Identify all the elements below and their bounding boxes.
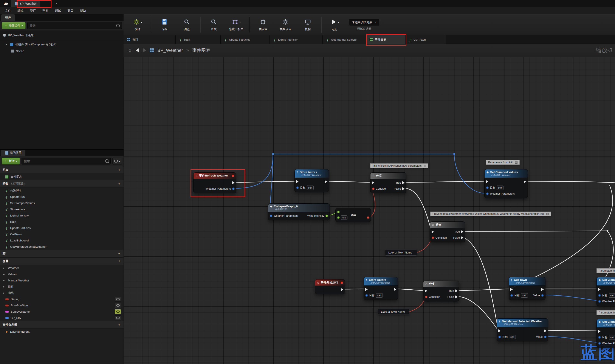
exec-pin[interactable]: [232, 181, 235, 184]
add-component-button[interactable]: ＋ 添加组件 ▾: [2, 22, 26, 29]
blue-data-pin[interactable]: [498, 336, 501, 338]
list-item[interactable]: ▸Values: [0, 271, 123, 277]
asset-tab-bp-weather[interactable]: BP_Weather: [11, 0, 40, 7]
exec-pin[interactable]: [455, 295, 458, 299]
add-new-button[interactable]: ＋ 新增 ▾: [2, 158, 20, 165]
debug-target-dropdown[interactable]: 未选中调试对象▾: [349, 19, 379, 26]
blue-data-pin[interactable]: [510, 294, 513, 297]
green-data-pin[interactable]: [337, 211, 340, 213]
visibility-toggle[interactable]: [115, 303, 121, 308]
list-item[interactable]: ƒUpdateParticles: [0, 225, 123, 231]
exec-pin[interactable]: [510, 288, 513, 291]
default-value-box[interactable]: self: [521, 293, 528, 298]
list-item[interactable]: ƒ构造脚本: [0, 187, 123, 194]
list-item[interactable]: SublevelName: [0, 309, 123, 315]
list-item[interactable]: ▸曲线: [0, 290, 123, 296]
visibility-toggle[interactable]: [115, 297, 121, 302]
node-collapse-graph[interactable]: ◆CollapseGraph_0合并的图表Weather ParametersW…: [268, 203, 330, 220]
view-options-button[interactable]: ▾: [112, 158, 122, 165]
exec-pin[interactable]: [598, 330, 601, 333]
list-item[interactable]: Debug: [0, 296, 123, 302]
exec-pin[interactable]: [394, 288, 396, 291]
menu-item[interactable]: 文件: [2, 7, 14, 14]
exec-pin[interactable]: [541, 288, 544, 291]
list-item[interactable]: ƒGetManualSelectedWeather: [0, 244, 123, 250]
toolbar-button[interactable]: 浏览: [176, 15, 198, 34]
node-branch-1[interactable]: ◇分支TrueConditionFalse: [370, 172, 406, 193]
back-arrow-icon[interactable]: [136, 48, 139, 53]
node-set-clamped-values[interactable]: ◆Set Clamped Values目标是BP Weather目标selfWe…: [484, 169, 528, 198]
list-item[interactable]: ◆DayNightEvent: [0, 328, 123, 335]
green-data-pin[interactable]: [337, 216, 340, 219]
red-data-pin[interactable]: [432, 236, 434, 239]
green-data-pin[interactable]: [326, 215, 328, 217]
bookmark-star-icon[interactable]: ☆: [127, 47, 132, 54]
expander-icon[interactable]: ▸: [3, 292, 6, 294]
comment-parameters-from-api[interactable]: Parameters from API: [486, 160, 520, 165]
exec-pin[interactable]: [461, 236, 464, 239]
menu-item[interactable]: 资产: [27, 7, 39, 14]
default-value-box[interactable]: self: [497, 185, 504, 190]
tab-my-blueprint[interactable]: 我的蓝图: [1, 150, 25, 156]
list-item[interactable]: ƒGetTown: [0, 231, 123, 237]
breadcrumb-current[interactable]: 事件图表: [192, 47, 210, 53]
forward-arrow-icon[interactable]: [143, 48, 146, 53]
node-store-actors-2[interactable]: ƒStore Actors目标是BP Weather目标self: [364, 277, 398, 300]
exec-pin[interactable]: [455, 289, 458, 292]
node-branch-2[interactable]: ◇分支TrueConditionFalse: [430, 221, 465, 242]
breadcrumb-root[interactable]: BP_Weather: [157, 48, 183, 53]
node-store-actors-1[interactable]: ƒStore Actors目标是BP Weather目标self: [294, 169, 329, 192]
comment-toggle-icon[interactable]: [546, 213, 549, 215]
section-header[interactable]: 宏＋: [0, 250, 123, 257]
expander-icon[interactable]: ▸: [3, 273, 6, 276]
expander-icon[interactable]: ▸: [3, 279, 6, 282]
exec-pin[interactable]: [425, 289, 427, 292]
blue-data-pin[interactable]: [232, 187, 235, 190]
add-icon[interactable]: ＋: [118, 168, 121, 172]
expander-icon[interactable]: ▾: [6, 43, 8, 46]
exec-pin[interactable]: [486, 180, 488, 183]
list-item[interactable]: ▸组件: [0, 284, 123, 290]
comment-prevent-default[interactable]: Prevent default weather overwrites value…: [430, 212, 551, 216]
exec-pin[interactable]: [296, 180, 299, 183]
list-item[interactable]: BP_Sky: [0, 315, 123, 321]
node-get-manual-selected-weather[interactable]: ƒGet Manual Selected Weather目标是BP Weathe…: [497, 318, 548, 341]
default-value-box[interactable]: self: [376, 293, 383, 298]
list-item[interactable]: 事件图表: [0, 174, 123, 180]
red-data-pin[interactable]: [367, 216, 369, 219]
list-item[interactable]: ƒRain: [0, 219, 123, 225]
menu-item[interactable]: 编辑: [14, 7, 27, 14]
visibility-toggle[interactable]: [115, 309, 121, 314]
list-item[interactable]: ▸Manual Weather: [0, 277, 123, 284]
exec-pin[interactable]: [365, 288, 368, 291]
document-tab[interactable]: 视口: [123, 35, 176, 44]
toolbar-button[interactable]: ▾隐藏不相关: [225, 15, 247, 34]
event-graph-canvas[interactable]: 蓝图 ◇事件Refresh WeatherWeather Parametersƒ…: [123, 57, 615, 364]
add-icon[interactable]: ＋: [118, 251, 121, 256]
blue-data-pin[interactable]: [365, 294, 368, 297]
node-look-town-1[interactable]: Look at Town Name: [385, 250, 417, 256]
section-header[interactable]: 图表＋: [0, 166, 123, 174]
node-set-clamped-right-2[interactable]: ◆Set Clampe目标是BP Weather目标selfWeather Pa…: [597, 319, 615, 348]
node-branch-3[interactable]: ◇分支TrueConditionFalse: [423, 281, 459, 301]
exec-pin[interactable]: [402, 187, 405, 190]
list-item[interactable]: ƒLoadSubLevel: [0, 237, 123, 244]
list-item[interactable]: ƒLightsIntensity: [0, 212, 123, 219]
blue-data-pin[interactable]: [486, 193, 489, 195]
list-item[interactable]: ƒSetClampedValues: [0, 200, 123, 206]
red-data-pin[interactable]: [425, 296, 427, 298]
menu-item[interactable]: 帮助: [77, 7, 89, 14]
default-value-box[interactable]: 0.0: [341, 215, 347, 220]
red-data-pin[interactable]: [372, 187, 375, 190]
blue-data-pin[interactable]: [296, 186, 299, 189]
menu-item[interactable]: 窗口: [64, 7, 77, 14]
expander-icon[interactable]: ▸: [3, 267, 6, 269]
exec-pin[interactable]: [498, 329, 501, 332]
blue-data-pin[interactable]: [598, 294, 601, 297]
toolbar-button[interactable]: ▾编译: [127, 15, 149, 34]
document-tab[interactable]: ƒGet Manual Selecte: [323, 35, 366, 44]
exec-pin[interactable]: [341, 288, 343, 291]
components-search-input[interactable]: [29, 24, 114, 27]
blue-data-pin[interactable]: [598, 342, 601, 345]
default-value-box[interactable]: self: [307, 185, 314, 190]
